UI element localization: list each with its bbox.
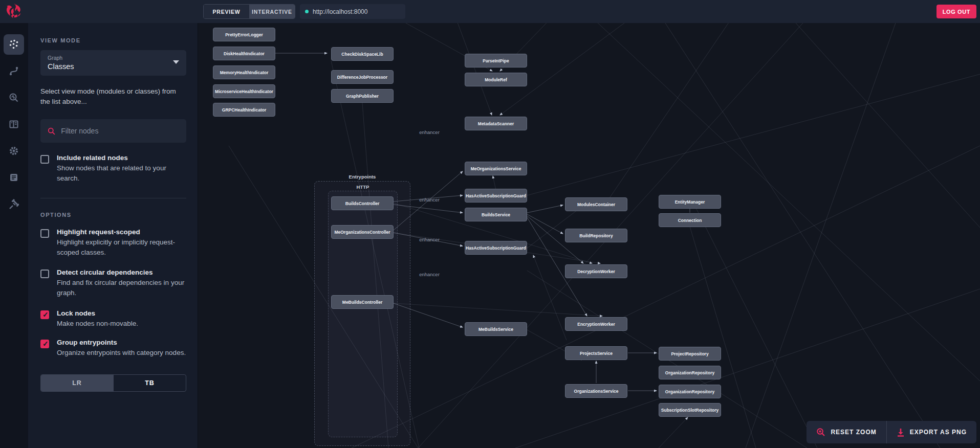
graph-node[interactable]: HasActiveSubscriptionGuard [465,241,527,255]
option-include-related-nodes[interactable]: Include related nodes Show nodes that ar… [40,154,186,183]
checkbox[interactable] [40,340,49,348]
option-detect-circular-dependencies[interactable]: Detect circular dependencies Find and fi… [40,268,186,298]
edge-label: enhancer [419,272,440,277]
graph-edge [454,23,492,115]
graph-edge [746,23,899,448]
document-icon [9,172,19,183]
graph-node[interactable]: GraphPublisher [331,89,394,103]
canvas-controls: RESET ZOOM EXPORT AS PNG [807,421,976,443]
graph-edge [362,103,388,448]
graph-node[interactable]: ParseIntPipe [465,54,527,68]
option-group-entrypoints[interactable]: Group entrypoints Organize entrypoints w… [40,339,186,358]
filter-nodes-field[interactable] [40,119,186,143]
view-mode-hint: Select view mode (modules or classes) fr… [40,86,186,106]
graph-edge [527,74,980,195]
graph-node[interactable]: DecryptionWorker [565,264,627,278]
graph-edge [787,23,980,228]
graph-node[interactable]: EncryptionWorker [565,317,627,331]
graph-node[interactable]: OrganizationRepository [659,385,721,398]
edge-label: enhancer [419,129,440,135]
gavel-icon [9,199,19,209]
graph-node[interactable]: MeBuildsController [331,295,394,309]
edge-label: enhancer [419,237,440,242]
target-url-display[interactable]: http://localhost:8000 [300,4,405,19]
options-header: OPTIONS [40,212,186,218]
select-value: Classes [48,62,180,71]
graph-node[interactable]: MemoryHealthIndicator [213,65,275,79]
tab-interactive[interactable]: INTERACTIVE [249,5,295,18]
graph-edge [331,61,419,448]
sidebar-item-modules-view[interactable] [4,114,24,135]
graph-edge [394,205,463,213]
search-activity-icon [9,93,19,103]
zoom-reset-icon [816,428,825,437]
direction-tb-button[interactable]: TB [113,375,186,391]
sidebar-panel: VIEW MODE Graph Classes Select view mode… [28,23,198,448]
graph-node[interactable]: MeOrganizationsService [465,162,527,175]
sidebar-item-settings-view[interactable] [4,141,24,161]
graph-node[interactable]: ProjectsService [565,346,627,360]
graph-node[interactable]: BuildRepository [565,229,627,242]
log-out-button[interactable]: LOG OUT [937,5,976,18]
graph-node[interactable]: BuildsService [465,208,527,221]
route-icon [9,66,19,76]
graph-node[interactable]: BuildsController [331,196,394,210]
layout-direction-toggle: LR TB [40,374,186,392]
graph-node[interactable]: Connection [659,213,721,227]
graph-node[interactable]: SubscriptionSlotRepository [659,403,721,417]
tab-preview[interactable]: PREVIEW [204,5,249,18]
graph-node[interactable]: EntityManager [659,195,721,209]
library-icon [9,119,19,129]
sidebar-item-audit-view[interactable] [4,194,24,214]
graph-canvas[interactable]: Entrypoints HTTP PrettyErrorLoggerDiskHe… [198,23,980,448]
option-lock-nodes[interactable]: Lock nodes Make nodes non-movable. [40,309,186,329]
status-dot [305,10,309,13]
export-as-png-button[interactable]: EXPORT AS PNG [886,421,976,443]
graph-node[interactable]: OrganizationsService [565,384,627,398]
filter-nodes-input[interactable] [61,127,179,135]
graph-node[interactable]: MetadataScanner [465,117,527,130]
graph-edge [659,417,688,448]
graph-node[interactable]: OrganizationRepository [659,366,721,379]
sidebar-item-docs-view[interactable] [4,167,24,188]
graph-edge [500,23,638,115]
nestjs-logo-icon [4,2,24,21]
search-icon [48,127,55,136]
app-window: PREVIEW INTERACTIVE http://localhost:800… [0,0,980,448]
graph-node[interactable]: ProjectRepository [659,347,721,361]
graph-node[interactable]: MeBuildsService [465,322,527,336]
graph-node[interactable]: HasActiveSubscriptionGuard [465,189,527,203]
download-icon [897,428,905,437]
direction-lr-button[interactable]: LR [41,375,113,391]
graph-mode-select[interactable]: Graph Classes [40,50,186,76]
checkbox[interactable] [40,270,49,278]
sidebar-item-routes-view[interactable] [4,61,24,81]
option-highlight-request-scoped[interactable]: Highlight request-scoped Highlight expli… [40,228,186,257]
divider [40,198,186,198]
sidebar-item-inspect-view[interactable] [4,87,24,108]
select-label: Graph [48,55,180,61]
graph-node[interactable]: GRPCHealthIndicator [213,103,275,117]
graph-node[interactable]: ModuleRef [465,73,527,86]
graph-nodes-icon [9,39,19,50]
icon-rail [0,23,28,448]
graph-edge [527,205,563,213]
checkbox[interactable] [40,310,49,319]
graph-node[interactable]: PrettyErrorLogger [213,28,275,41]
reset-zoom-button[interactable]: RESET ZOOM [807,421,886,443]
graph-node[interactable]: CheckDiskSpaceLib [331,47,394,61]
graph-node[interactable]: ModulesContainer [565,197,627,211]
graph-node[interactable]: DifferenceJobProcessor [331,70,394,84]
gear-icon [9,146,19,156]
edge-label: enhancer [419,197,440,203]
top-bar: PREVIEW INTERACTIVE http://localhost:800… [0,0,980,23]
checkbox[interactable] [40,229,49,238]
sidebar-item-graph-view[interactable] [4,34,24,55]
chevron-down-icon [173,60,179,64]
graph-edge [533,255,567,340]
graph-node[interactable]: MeOrganizationsController [331,225,394,239]
checkbox[interactable] [40,155,49,164]
graph-node[interactable]: DiskHealthIndicator [213,47,275,60]
graph-node[interactable]: MicroserviceHealthIndicator [213,84,275,98]
view-mode-header: VIEW MODE [40,37,186,43]
